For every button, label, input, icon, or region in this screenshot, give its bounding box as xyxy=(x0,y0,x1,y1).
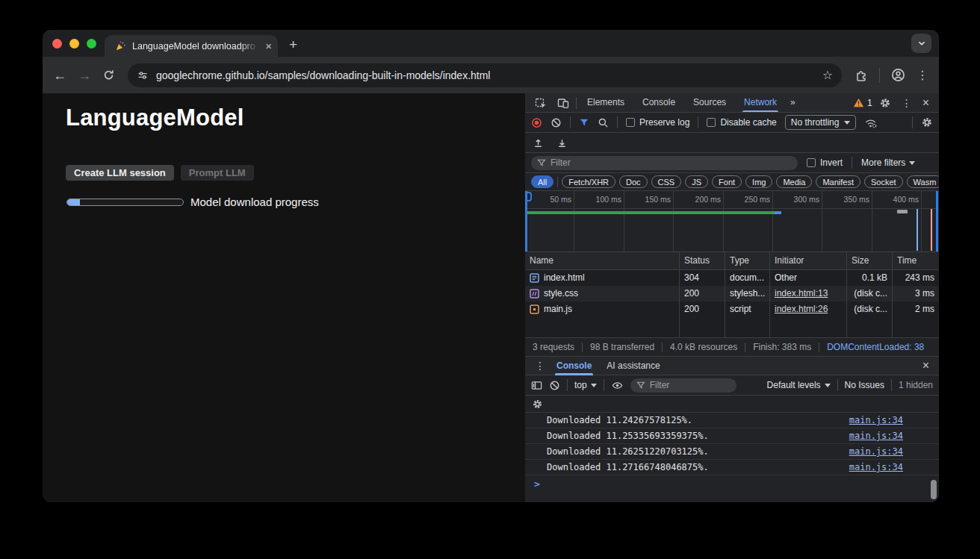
col-time[interactable]: Time xyxy=(893,252,939,269)
more-filters-dropdown[interactable]: More filters xyxy=(861,157,915,168)
throttling-select[interactable]: No throttling xyxy=(785,115,857,130)
col-name[interactable]: Name xyxy=(525,252,680,269)
network-settings-gear-icon[interactable] xyxy=(921,116,933,128)
chip-all[interactable]: All xyxy=(531,175,553,188)
reload-button[interactable] xyxy=(102,69,115,81)
network-overview-timeline[interactable]: 50 ms 100 ms 150 ms 200 ms 250 ms 300 ms… xyxy=(525,191,939,252)
source-link[interactable]: main.js:34 xyxy=(849,446,903,457)
console-prompt[interactable]: > xyxy=(525,475,939,492)
bookmark-star-icon[interactable]: ☆ xyxy=(822,68,833,82)
col-type[interactable]: Type xyxy=(725,252,770,269)
hidden-messages-count[interactable]: 1 hidden xyxy=(899,380,933,390)
col-status[interactable]: Status xyxy=(680,252,725,269)
table-row[interactable]: main.js 200 script index.html:26 (disk c… xyxy=(525,302,939,317)
table-row[interactable]: index.html 304 docum... Other 0.1 kB 243… xyxy=(525,270,939,286)
search-network-button[interactable] xyxy=(598,117,609,128)
filter-funnel-button[interactable] xyxy=(579,117,589,128)
inspect-element-button[interactable] xyxy=(531,97,551,109)
issues-counter[interactable]: No Issues xyxy=(845,380,884,390)
request-type: script xyxy=(725,302,770,317)
console-filter-input[interactable]: Filter xyxy=(630,378,736,393)
drawer-menu-icon[interactable]: ⋮ xyxy=(531,360,549,371)
back-button[interactable]: ← xyxy=(53,69,66,82)
handle-grip xyxy=(525,192,532,202)
col-initiator[interactable]: Initiator xyxy=(770,252,847,269)
drawer-close-button[interactable]: × xyxy=(919,360,933,372)
live-expression-eye-icon[interactable] xyxy=(611,380,624,391)
source-link[interactable]: main.js:34 xyxy=(849,431,903,441)
clear-network-log-button[interactable] xyxy=(551,117,562,128)
extensions-puzzle-icon[interactable] xyxy=(855,69,868,82)
initiator-link[interactable]: index.html:13 xyxy=(775,288,828,299)
address-bar[interactable]: googlechrome.github.io/samples/downloadi… xyxy=(128,63,842,87)
disable-cache-checkbox[interactable]: Disable cache xyxy=(707,117,776,128)
browser-menu-icon[interactable]: ⋮ xyxy=(917,69,928,81)
record-network-log-button[interactable] xyxy=(531,117,542,128)
devtools-menu-icon[interactable]: ⋮ xyxy=(898,98,916,108)
chip-img[interactable]: Img xyxy=(745,175,772,188)
source-link[interactable]: main.js:34 xyxy=(849,415,903,425)
tab-network[interactable]: Network xyxy=(736,93,784,112)
warning-badge[interactable]: 1 xyxy=(853,97,872,108)
initiator-link[interactable]: index.html:26 xyxy=(775,304,828,314)
chip-wasm[interactable]: Wasm xyxy=(907,175,939,188)
scrollbar-thumb[interactable] xyxy=(931,480,937,499)
log-levels-dropdown[interactable]: Default levels xyxy=(767,380,831,390)
browser-tab[interactable]: LanguageModel downloadpro × xyxy=(105,35,278,57)
network-conditions-icon[interactable] xyxy=(864,117,877,128)
chip-socket[interactable]: Socket xyxy=(864,175,903,188)
site-settings-icon[interactable] xyxy=(137,69,149,81)
devtools-panel: Elements Console Sources Network » 1 ⋮ × xyxy=(525,93,939,502)
tab-elements[interactable]: Elements xyxy=(580,93,632,112)
overview-left-handle[interactable] xyxy=(525,191,527,252)
prompt-llm-button[interactable]: Prompt LLM xyxy=(181,165,254,181)
drawer-tab-console[interactable]: Console xyxy=(549,357,599,375)
console-sidebar-icon[interactable] xyxy=(531,380,542,391)
preserve-log-checkbox[interactable]: Preserve log xyxy=(626,117,689,128)
summary-requests: 3 requests xyxy=(525,342,582,352)
tab-sources[interactable]: Sources xyxy=(686,93,734,112)
invert-label: Invert xyxy=(820,157,843,168)
more-tabs-button[interactable]: » xyxy=(787,93,798,112)
chip-manifest[interactable]: Manifest xyxy=(816,175,860,188)
request-time: 2 ms xyxy=(893,302,939,317)
chip-font[interactable]: Font xyxy=(712,175,742,188)
devtools-tabbar: Elements Console Sources Network » 1 ⋮ × xyxy=(525,93,939,113)
devtools-settings-button[interactable] xyxy=(875,97,895,109)
create-llm-session-button[interactable]: Create LLM session xyxy=(66,165,174,181)
export-har-icon[interactable] xyxy=(556,137,568,149)
funnel-icon xyxy=(636,381,645,390)
overview-right-handle[interactable] xyxy=(936,191,938,252)
chip-doc[interactable]: Doc xyxy=(619,175,648,188)
table-row[interactable]: style.css 200 stylesh... index.html:13 (… xyxy=(525,286,939,302)
console-settings-gear-icon[interactable] xyxy=(532,399,543,410)
window-minimize-button[interactable] xyxy=(69,39,79,49)
invert-checkbox[interactable]: Invert xyxy=(807,157,843,168)
tab-console[interactable]: Console xyxy=(635,93,683,112)
window-zoom-button[interactable] xyxy=(87,39,96,49)
source-link[interactable]: main.js:34 xyxy=(849,462,903,472)
device-toolbar-button[interactable] xyxy=(553,97,573,109)
summary-transferred: 98 B transferred xyxy=(583,342,662,352)
toolbar-divider xyxy=(912,116,913,128)
chip-fetch-xhr[interactable]: Fetch/XHR xyxy=(562,175,615,188)
url-text: googlechrome.github.io/samples/downloadi… xyxy=(156,69,815,81)
drawer-tab-ai-assistance[interactable]: AI assistance xyxy=(599,357,667,375)
window-close-button[interactable] xyxy=(52,39,62,49)
import-har-icon[interactable] xyxy=(533,137,544,149)
network-filter-input[interactable]: Filter xyxy=(531,156,798,170)
device-toolbar-icon xyxy=(557,97,569,109)
new-tab-button[interactable]: + xyxy=(289,37,297,53)
clear-console-button[interactable] xyxy=(549,380,560,391)
console-toolbar: top Filter Default levels No Issues 1 hi… xyxy=(525,375,939,396)
context-selector[interactable]: top xyxy=(574,380,597,390)
tab-search-button[interactable] xyxy=(911,34,931,53)
forward-button[interactable]: → xyxy=(78,69,91,82)
devtools-close-button[interactable]: × xyxy=(919,97,933,109)
col-size[interactable]: Size xyxy=(847,252,893,269)
profile-avatar-icon[interactable] xyxy=(891,68,905,82)
tab-close-icon[interactable]: × xyxy=(265,40,272,51)
chip-js[interactable]: JS xyxy=(685,175,708,188)
chip-media[interactable]: Media xyxy=(776,175,812,188)
chip-css[interactable]: CSS xyxy=(651,175,682,188)
